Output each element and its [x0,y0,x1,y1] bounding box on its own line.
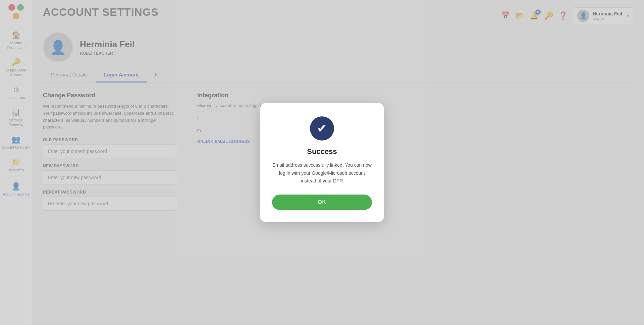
modal-ok-button[interactable]: OK [272,195,372,210]
success-icon-circle: ✔ [310,116,334,141]
modal-title: Success [307,147,337,156]
success-modal: ✔ Success Email address successfully lin… [260,103,384,222]
modal-message: Email address successfully linked. You c… [272,161,372,185]
checkmark-icon: ✔ [317,121,327,136]
modal-overlay: ✔ Success Email address successfully lin… [0,0,644,325]
